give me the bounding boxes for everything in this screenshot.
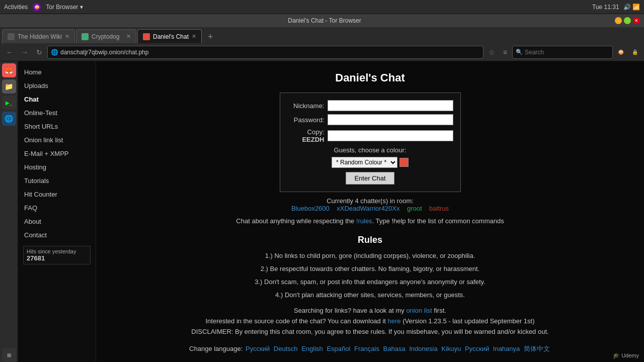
disclaimer-section: Searching for links? have a look at my o… <box>106 306 634 337</box>
sidebar-item-contact[interactable]: Contact <box>18 228 96 242</box>
globe-icon[interactable]: 🌐 <box>2 112 16 126</box>
rules-link[interactable]: !rules <box>356 217 372 225</box>
forward-button[interactable]: → <box>18 46 31 58</box>
firefox-icon[interactable]: 🦊 <box>2 63 16 77</box>
terminal-icon[interactable]: ▶_ <box>2 96 16 110</box>
password-label: Password: <box>287 116 328 124</box>
reload-button[interactable]: ↻ <box>33 46 45 58</box>
copy-row: Copy: EEZDH <box>287 128 453 143</box>
lang-inahanya[interactable]: Inahanya <box>493 345 520 352</box>
search-icon: 🔍 <box>516 49 523 55</box>
sidebar-item-tutorials[interactable]: Tutorials <box>18 174 96 188</box>
lang-kikuyu[interactable]: Kikuyu <box>441 345 461 352</box>
captcha-code: EEZDH <box>287 136 325 143</box>
sidebar-item-online-test[interactable]: Online-Test <box>18 106 96 120</box>
chatter-bluebox[interactable]: Bluebox2600 <box>291 205 330 212</box>
rule-1: 1.) No links to child porn, gore (includ… <box>106 250 634 261</box>
menu-button[interactable]: ≡ <box>500 46 510 58</box>
activities-label[interactable]: Activities <box>4 4 28 11</box>
tab-label-daniels-chat: Daniel's Chat <box>153 33 189 40</box>
sidebar-item-faq[interactable]: FAQ <box>18 201 96 215</box>
os-top-bar: Activities 🧅 Tor Browser ▾ Tue 11:31 🔊 📶 <box>0 0 644 14</box>
window-close[interactable]: ✕ <box>633 17 640 24</box>
url-globe-icon: 🌐 <box>51 49 58 56</box>
lang-espanol[interactable]: Español <box>327 345 350 352</box>
new-tab-button[interactable]: + <box>205 31 216 43</box>
rule-3: 3.) Don't scam, spam, or post info that … <box>106 277 634 288</box>
chatter-baltrus[interactable]: baltrus <box>429 205 449 212</box>
tab-close-daniels-chat[interactable]: ✕ <box>192 33 196 40</box>
lang-deutsch[interactable]: Deutsch <box>274 345 298 352</box>
search-bar-container[interactable]: 🔍 <box>512 46 613 59</box>
sidebar-item-about[interactable]: About <box>18 215 96 228</box>
colour-label-row: Guests, choose a colour: <box>287 146 453 154</box>
page-content: Daniel's Chat Nickname: Password: Copy: … <box>96 61 644 362</box>
bookmark-button[interactable]: ☆ <box>486 46 498 58</box>
enter-chat-button[interactable]: Enter Chat <box>346 172 394 185</box>
lang-francais[interactable]: Français <box>354 345 379 352</box>
sidebar-item-chat[interactable]: Chat <box>18 93 96 106</box>
onion-list-link[interactable]: onion list <box>406 307 432 314</box>
disclaimer-text: DISCLAIMER: By entering this chat room, … <box>106 327 634 337</box>
window-maximize[interactable]: □ <box>624 17 631 24</box>
sidebar-item-hit-counter[interactable]: Hit Counter <box>18 188 96 201</box>
back-button[interactable]: ← <box>3 46 16 58</box>
source-note: Interested in the source code of the cha… <box>106 316 634 327</box>
nav-bar: ← → ↻ 🌐 ☆ ≡ 🔍 🧅 🔒 <box>0 43 644 61</box>
lang-bahasa[interactable]: Bahasa <box>383 345 406 352</box>
lang-russian2[interactable]: Русский <box>465 345 489 352</box>
sidebar-item-short-urls[interactable]: Short URLs <box>18 120 96 133</box>
sys-icons: 🔊 📶 <box>623 4 640 11</box>
chatter-groot[interactable]: groot <box>407 205 422 212</box>
tor-browser-label[interactable]: Tor Browser ▾ <box>46 4 83 11</box>
hits-box: Hits since yesterday 27681 <box>23 246 91 264</box>
hits-count: 27681 <box>27 254 87 262</box>
tabs-bar: The Hidden Wiki ✕ Cryptodog ✕ Daniel's C… <box>0 27 644 43</box>
lang-indonesia[interactable]: Indonesia <box>409 345 437 352</box>
search-input[interactable] <box>525 49 609 56</box>
lang-english[interactable]: English <box>301 345 323 352</box>
rule-4: 4.) Don't plan attacking other sites, se… <box>106 290 634 301</box>
copy-label: Copy: <box>287 128 325 136</box>
chat-form: Nickname: Password: Copy: EEZDH Guests, … <box>280 93 461 192</box>
browser-window-title: Daniel's Chat - Tor Browser <box>34 17 615 24</box>
https-button[interactable]: 🔒 <box>629 47 641 57</box>
window-minimize[interactable]: ─ <box>615 17 622 24</box>
chat-note: Chat about anything while respecting the… <box>106 217 634 225</box>
sidebar-item-uploads[interactable]: Uploads <box>18 79 96 93</box>
sidebar-item-home[interactable]: Home <box>18 65 96 79</box>
password-input[interactable] <box>328 114 453 125</box>
tab-cryptodog[interactable]: Cryptodog ✕ <box>76 29 136 43</box>
chatter-xdeadwarrior[interactable]: xXDeadWarrior420Xx <box>337 205 399 212</box>
tab-hidden-wiki[interactable]: The Hidden Wiki ✕ <box>2 29 75 43</box>
tab-close-hidden-wiki[interactable]: ✕ <box>65 33 69 40</box>
tab-close-cryptodog[interactable]: ✕ <box>126 33 131 40</box>
rules-list: 1.) No links to child porn, gore (includ… <box>106 250 634 301</box>
tor-check-button[interactable]: 🧅 <box>615 47 627 57</box>
sidebar-item-email-xmpp[interactable]: E-Mail + XMPP <box>18 147 96 160</box>
lang-russian[interactable]: Русский <box>246 345 270 352</box>
sidebar-item-onion-link-list[interactable]: Onion link list <box>18 133 96 147</box>
colour-select[interactable]: * Random Colour * <box>332 157 397 168</box>
source-link[interactable]: here <box>388 317 401 325</box>
grid-icon[interactable]: ⊞ <box>2 348 16 362</box>
browser-title-bar: Daniel's Chat - Tor Browser ─ □ ✕ <box>0 14 644 27</box>
tab-daniels-chat[interactable]: Daniel's Chat ✕ <box>137 29 202 43</box>
tab-label-hidden-wiki: The Hidden Wiki <box>18 33 62 40</box>
page-sidebar: Home Uploads Chat Online-Test Short URLs… <box>18 61 96 362</box>
url-bar[interactable] <box>60 49 480 56</box>
os-sidebar: 🦊 📁 ▶_ 🌐 ⊞ <box>0 61 18 362</box>
chatters-count-label: Currently 4 chatter(s) in room: <box>327 197 414 205</box>
url-bar-container[interactable]: 🌐 <box>47 46 484 59</box>
lang-chinese[interactable]: 简体中文 <box>524 345 550 352</box>
tab-favicon-cryptodog <box>82 33 89 40</box>
sidebar-item-hosting[interactable]: Hosting <box>18 160 96 174</box>
rules-title: Rules <box>106 235 634 245</box>
page-title: Daniel's Chat <box>106 71 634 84</box>
lang-label: Change language: <box>189 345 243 352</box>
clock: Tue 11:31 <box>592 4 619 11</box>
captcha-input[interactable] <box>328 130 453 141</box>
nickname-row: Nickname: <box>287 100 453 111</box>
files-icon[interactable]: 📁 <box>2 79 16 94</box>
nickname-input[interactable] <box>328 100 453 111</box>
